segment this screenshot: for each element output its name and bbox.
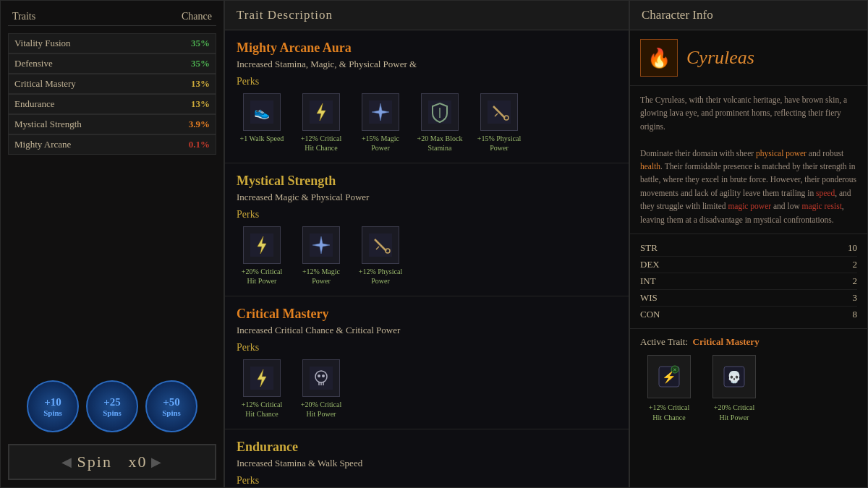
section-subtitle-1: Increased Magic & Physical Power — [237, 192, 617, 203]
section-perks-label-2: Perks — [237, 342, 617, 354]
perk-item-0-1: +12% Critical Hit Chance — [296, 93, 346, 153]
perk-icon-1-1 — [302, 226, 340, 264]
active-trait-section: Active Trait: Critical Mastery ⚡ ✕ +12% … — [630, 329, 867, 430]
stat-row-2: INT 2 — [640, 273, 857, 290]
stat-label-2: INT — [640, 275, 656, 287]
perk-item-0-2: +15% Magic Power — [355, 93, 406, 153]
perk-text-1-2: +12% Physical Power — [355, 267, 406, 286]
perk-icon-0-1 — [302, 93, 340, 131]
trait-row-3[interactable]: Endurance 13% — [8, 94, 216, 114]
traits-label: Traits — [12, 11, 35, 22]
perk-item-0-4: +15% Physical Power — [474, 93, 524, 153]
char-stats: STR 10DEX 2INT 2WIS 3CON 8 — [630, 234, 867, 329]
perk-text-2-0: +12% Critical Hit Chance — [237, 400, 287, 419]
stat-value-2: 2 — [853, 275, 858, 287]
stat-row-0: STR 10 — [640, 240, 857, 257]
lore-part1: The Cyruleas, with their volcanic herita… — [640, 93, 857, 133]
spin-50-label: +50 — [163, 396, 180, 408]
stat-label-3: WIS — [640, 292, 658, 304]
stat-value-0: 10 — [848, 242, 857, 254]
svg-text:✕: ✕ — [673, 367, 677, 373]
spin-50-sublabel: Spins — [162, 408, 181, 417]
perk-icon-1-2 — [362, 226, 399, 264]
active-perk-1-icon: ⚡ ✕ — [647, 355, 691, 398]
right-panel: Character Info 🔥 Cyruleas The Cyruleas, … — [629, 0, 868, 488]
spin-25-label: +25 — [103, 396, 121, 408]
perk-text-1-0: +20% Critical Hit Power — [237, 267, 287, 286]
stat-row-1: DEX 2 — [640, 257, 857, 273]
active-perk-1: ⚡ ✕ +12% CriticalHit Chance — [640, 355, 698, 423]
section-title-3: Endurance — [237, 440, 617, 455]
trait-row-5[interactable]: Mighty Arcane 0.1% — [8, 134, 216, 155]
char-info-title: Character Info — [630, 1, 867, 30]
perk-icon-2-0 — [243, 359, 281, 397]
trait-chance-1: 35% — [191, 58, 210, 69]
spin-10-sublabel: Spins — [43, 408, 62, 417]
active-perk-2-text: +20% CriticalHit Power — [714, 403, 754, 423]
perk-item-2-1: +20% Critical Hit Power — [296, 359, 346, 419]
char-emblem: 🔥 — [640, 39, 678, 77]
spin-10-label: +10 — [44, 396, 61, 408]
perk-item-1-2: +12% Physical Power — [355, 226, 406, 286]
perk-item-1-0: +20% Critical Hit Power — [237, 226, 287, 286]
perk-icon-0-3 — [421, 93, 459, 131]
section-perks-label-0: Perks — [237, 76, 617, 87]
trait-list: Vitality Fusion 35%Defensive 35%Critical… — [8, 33, 216, 155]
trait-chance-4: 3.9% — [189, 119, 210, 130]
spin-action-label: Spin x0 — [77, 453, 148, 471]
perk-text-0-0: +1 Walk Speed — [240, 134, 284, 143]
section-subtitle-2: Increased Critical Chance & Critical Pow… — [237, 325, 617, 336]
trait-row-4[interactable]: Mystical Strength 3.9% — [8, 114, 216, 134]
perks-row-1: +20% Critical Hit Power +12% Magic Power… — [237, 226, 617, 286]
spin-arrow-left: ◀ — [61, 454, 73, 470]
perk-text-0-4: +15% Physical Power — [474, 134, 524, 153]
stat-row-3: WIS 3 — [640, 290, 857, 307]
spin-action-button[interactable]: ◀ Spin x0 ▶ — [8, 444, 216, 480]
trait-name-0: Vitality Fusion — [14, 38, 71, 49]
perk-icon-0-0: 👟 — [243, 93, 281, 131]
left-panel: Traits Chance Vitality Fusion 35%Defensi… — [0, 0, 224, 488]
trait-sections: Mighty Arcane Aura Increased Stamina, Ma… — [225, 30, 629, 488]
spin-50-button[interactable]: +50 Spins — [145, 380, 197, 432]
trait-chance-5: 0.1% — [189, 139, 210, 150]
perk-item-0-0: 👟 +1 Walk Speed — [237, 93, 287, 153]
lore-health: health — [640, 162, 660, 171]
spin-buttons: +10 Spins +25 Spins +50 Spins — [8, 373, 216, 432]
traits-header: Traits Chance — [8, 8, 216, 26]
svg-text:👟: 👟 — [254, 104, 271, 120]
active-perks-row: ⚡ ✕ +12% CriticalHit Chance 💀 +20% Criti… — [640, 355, 857, 423]
perk-icon-0-2 — [362, 93, 399, 131]
trait-row-2[interactable]: Critical Mastery 13% — [8, 74, 216, 94]
perk-icon-0-4 — [480, 93, 518, 131]
perk-item-2-0: +12% Critical Hit Chance — [237, 359, 287, 419]
lore-phys: physical power — [756, 149, 807, 158]
trait-chance-3: 13% — [191, 98, 210, 110]
chance-label: Chance — [182, 11, 212, 22]
stat-label-0: STR — [640, 242, 658, 254]
section-title-0: Mighty Arcane Aura — [237, 40, 617, 56]
trait-name-2: Critical Mastery — [14, 78, 76, 90]
trait-section-3: Endurance Increased Stamina & Walk Speed… — [225, 429, 629, 488]
stat-label-1: DEX — [640, 259, 660, 270]
lore-speed: speed — [816, 189, 835, 197]
section-perks-label-1: Perks — [237, 209, 617, 221]
trait-row-0[interactable]: Vitality Fusion 35% — [8, 33, 216, 53]
active-trait-name: Critical Mastery — [693, 336, 760, 347]
section-title-1: Mystical Strength — [237, 174, 617, 189]
svg-point-22 — [318, 374, 320, 377]
mid-panel-title: Trait Description — [225, 1, 629, 30]
trait-name-1: Defensive — [14, 58, 53, 69]
mid-panel: Trait Description Mighty Arcane Aura Inc… — [224, 0, 629, 488]
perk-icon-2-1 — [302, 359, 340, 397]
spin-10-button[interactable]: +10 Spins — [27, 380, 79, 432]
trait-section-0: Mighty Arcane Aura Increased Stamina, Ma… — [225, 30, 629, 163]
section-subtitle-3: Increased Stamina & Walk Speed — [237, 458, 617, 469]
lore-part2: Dominate their domain with sheer physica… — [640, 147, 857, 226]
lore-magic: magic power — [728, 202, 771, 210]
trait-chance-0: 35% — [191, 38, 210, 49]
trait-row-1[interactable]: Defensive 35% — [8, 53, 216, 74]
spin-25-button[interactable]: +25 Spins — [86, 380, 138, 432]
perk-icon-1-0 — [243, 226, 281, 264]
perk-item-1-1: +12% Magic Power — [296, 226, 346, 286]
stat-value-4: 8 — [853, 309, 858, 320]
